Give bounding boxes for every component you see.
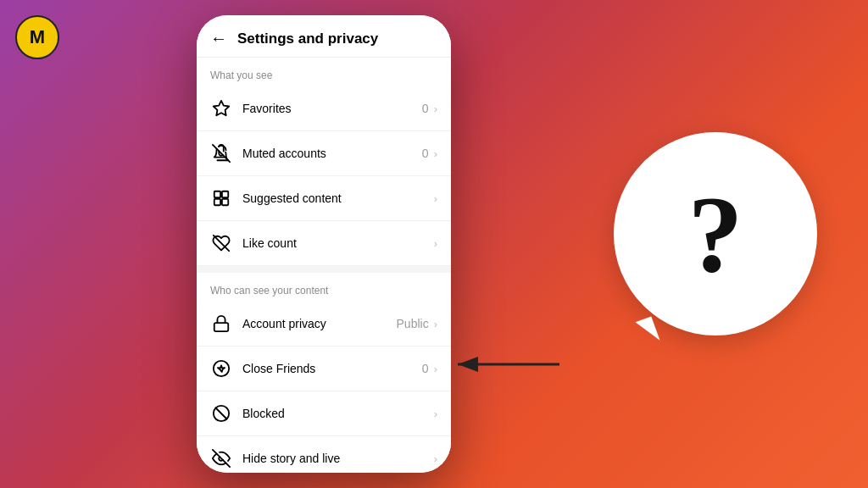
svg-rect-4 (214, 199, 220, 205)
svg-rect-5 (222, 199, 228, 205)
mute-icon (210, 142, 232, 164)
suggested-chevron: › (434, 192, 437, 205)
svg-marker-0 (214, 101, 229, 115)
muted-value: 0 (422, 147, 429, 160)
menu-item-muted[interactable]: Muted accounts 0 › (197, 131, 451, 176)
menu-item-hide-story[interactable]: Hide story and live › (197, 436, 451, 473)
svg-rect-7 (214, 323, 229, 331)
menu-item-like-count[interactable]: Like count › (197, 221, 451, 266)
svg-line-10 (216, 408, 227, 419)
like-icon (210, 232, 232, 254)
hide-story-label: Hide story and live (242, 452, 434, 465)
close-friends-icon (210, 358, 232, 380)
blocked-label: Blocked (242, 407, 434, 420)
svg-rect-3 (222, 191, 228, 197)
like-count-chevron: › (434, 237, 437, 250)
speech-bubble-container: ? (614, 132, 817, 336)
svg-point-8 (214, 361, 229, 376)
logo-text: M (30, 26, 45, 48)
star-icon (210, 97, 232, 119)
menu-item-suggested[interactable]: Suggested content › (197, 176, 451, 221)
page-title: Settings and privacy (237, 30, 378, 47)
svg-line-1 (213, 145, 230, 162)
section-header-what-you-see: What you see (197, 58, 451, 86)
like-count-label: Like count (242, 236, 434, 250)
close-friends-value: 0 (422, 362, 429, 375)
phone-header: ← Settings and privacy (197, 15, 451, 58)
muted-label: Muted accounts (242, 147, 422, 160)
blocked-chevron: › (434, 408, 437, 420)
favorites-chevron: › (434, 103, 437, 115)
hide-story-icon (210, 447, 232, 469)
question-mark: ? (688, 179, 743, 289)
section-header-who-can-see: Who can see your content (197, 273, 451, 302)
lock-icon (210, 313, 232, 335)
close-friends-label: Close Friends (242, 362, 422, 375)
suggested-icon (210, 187, 232, 209)
muted-chevron: › (434, 147, 437, 160)
logo-badge: M (15, 15, 59, 59)
speech-bubble: ? (614, 132, 817, 336)
menu-item-account-privacy[interactable]: Account privacy Public › (197, 302, 451, 347)
menu-item-close-friends[interactable]: Close Friends 0 › (197, 347, 451, 391)
account-privacy-value: Public (397, 317, 429, 330)
hide-story-chevron: › (434, 452, 437, 465)
phone-container: ← Settings and privacy What you see Favo… (197, 15, 451, 473)
account-privacy-chevron: › (434, 318, 437, 330)
menu-item-blocked[interactable]: Blocked › (197, 391, 451, 436)
menu-item-favorites[interactable]: Favorites 0 › (197, 86, 451, 131)
blocked-icon (210, 402, 232, 424)
back-button[interactable]: ← (210, 29, 227, 48)
favorites-value: 0 (422, 102, 429, 115)
phone-content[interactable]: What you see Favorites 0 › Muted account… (197, 58, 451, 473)
svg-rect-2 (214, 191, 220, 197)
favorites-label: Favorites (242, 102, 422, 115)
account-privacy-label: Account privacy (242, 317, 397, 330)
suggested-label: Suggested content (242, 191, 429, 205)
close-friends-chevron: › (434, 363, 437, 375)
divider-1 (197, 266, 451, 273)
